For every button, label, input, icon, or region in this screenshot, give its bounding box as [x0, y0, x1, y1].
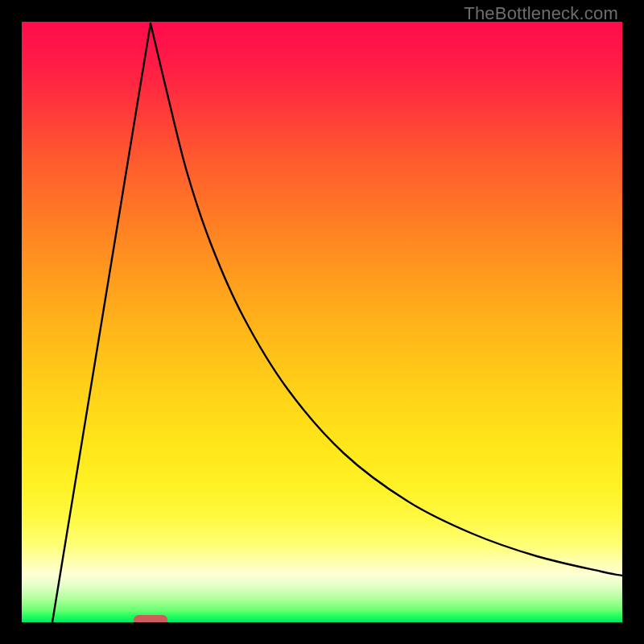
chart-frame: TheBottleneck.com — [0, 0, 644, 644]
attribution-text: TheBottleneck.com — [464, 3, 618, 24]
bottleneck-curve — [22, 22, 622, 622]
optimal-marker — [134, 615, 167, 622]
plot-area — [22, 22, 622, 622]
